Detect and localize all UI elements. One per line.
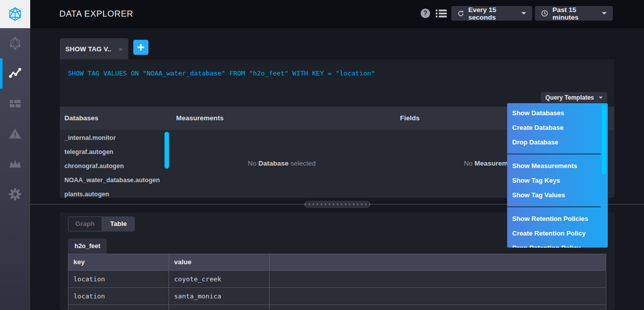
query-log-icon[interactable] <box>436 9 447 20</box>
tab-graph[interactable]: Graph <box>68 216 102 231</box>
menu-item-create-database[interactable]: Create Database <box>507 120 608 135</box>
sidebar-item-dashboards[interactable] <box>0 89 30 119</box>
menu-item-show-tag-keys[interactable]: Show Tag Keys <box>507 173 608 188</box>
table-row <box>68 304 606 310</box>
chevron-down-icon <box>602 12 607 15</box>
refresh-icon <box>457 10 464 18</box>
menu-item-create-retention-policy[interactable]: Create Retention Policy <box>507 226 608 241</box>
table-header-row: key value <box>68 254 606 270</box>
query-editor[interactable]: SHOW TAG VALUES ON "NOAA_water_database"… <box>60 59 614 107</box>
cell-key: location <box>68 288 169 304</box>
menu-scrollbar[interactable] <box>602 105 606 174</box>
placeholder-text: No <box>464 160 474 167</box>
timerange-dropdown[interactable]: Past 15 minutes <box>535 6 613 21</box>
plus-icon <box>137 43 145 51</box>
tab-table[interactable]: Table <box>102 216 135 231</box>
results-table: key value location coyote_creek location… <box>68 254 606 310</box>
sidebar-item-hosts[interactable] <box>0 28 30 58</box>
autorefresh-dropdown[interactable]: Every 15 seconds <box>451 6 532 21</box>
database-list-item[interactable]: telegraf.autogen <box>64 145 160 159</box>
cell-value <box>169 305 270 310</box>
menu-item-show-retention-policies[interactable]: Show Retention Policies <box>507 211 608 226</box>
sidebar-item-settings[interactable] <box>0 179 30 209</box>
page-title: DATA EXPLORER <box>59 0 133 28</box>
templates-group-databases: Show Databases Create Database Drop Data… <box>507 103 608 152</box>
placeholder-text: selected <box>289 160 316 167</box>
hosts-icon <box>8 36 22 50</box>
cell-empty <box>270 271 606 287</box>
chevron-down-icon <box>599 97 603 99</box>
column-header-empty <box>270 254 606 270</box>
data-explorer-page: DATA EXPLORER ? Every 15 seconds <box>0 0 644 310</box>
menu-divider <box>507 206 601 207</box>
column-header-key[interactable]: key <box>68 254 169 270</box>
query-tab-label: SHOW TAG V.. <box>65 45 111 53</box>
add-query-button[interactable] <box>133 40 148 55</box>
database-list-item[interactable]: _internal.monitor <box>64 131 160 145</box>
chronograf-logo-icon <box>8 7 23 22</box>
cell-key <box>68 305 169 310</box>
cell-key: location <box>68 271 169 287</box>
cell-empty <box>270 305 606 310</box>
templates-group-measurements: Show Measurements Show Tag Keys Show Tag… <box>507 156 608 205</box>
sidebar <box>0 28 30 310</box>
placeholder-text: No <box>248 160 258 167</box>
menu-divider <box>507 153 601 154</box>
data-explorer-icon <box>8 66 22 81</box>
chronograf-logo[interactable] <box>0 0 30 28</box>
menu-item-show-databases[interactable]: Show Databases <box>507 106 608 120</box>
database-list-item[interactable]: plants.autogen <box>64 187 160 198</box>
query-text[interactable]: SHOW TAG VALUES ON "NOAA_water_database"… <box>68 69 375 77</box>
chevron-down-icon <box>521 12 526 15</box>
databases-column-header: Databases <box>64 107 99 130</box>
fields-column-header: Fields <box>400 107 420 130</box>
databases-list: _internal.monitor telegraf.autogen chron… <box>64 131 160 198</box>
menu-item-show-measurements[interactable]: Show Measurements <box>507 159 608 173</box>
sidebar-item-admin[interactable] <box>0 149 30 179</box>
database-list-item[interactable]: chronograf.autogen <box>64 159 160 173</box>
autorefresh-label: Every 15 seconds <box>468 6 517 21</box>
table-row: location santa_monica <box>68 287 606 304</box>
measurements-column-header: Measurements <box>176 107 224 130</box>
database-list-item[interactable]: NOAA_water_database.autogen <box>64 173 160 187</box>
measurements-placeholder: No Database selected <box>169 159 395 168</box>
query-templates-dropdown[interactable]: Query Templates <box>541 92 607 103</box>
cell-value: santa_monica <box>169 288 270 304</box>
sidebar-item-alerts[interactable] <box>0 119 30 149</box>
gear-icon <box>8 187 22 201</box>
crown-icon <box>8 157 22 171</box>
resize-drag-handle[interactable] <box>304 201 370 208</box>
menu-item-show-tag-values[interactable]: Show Tag Values <box>507 188 608 202</box>
view-toggle: Graph Table <box>68 216 135 231</box>
cell-value: coyote_creek <box>169 271 270 287</box>
templates-group-retention: Show Retention Policies Create Retention… <box>507 209 608 248</box>
table-row: location coyote_creek <box>68 270 606 287</box>
menu-item-drop-retention-policy[interactable]: Drop Retention Policy <box>507 241 608 248</box>
alert-triangle-icon <box>8 127 22 141</box>
query-tab[interactable]: SHOW TAG V.. × <box>60 38 128 59</box>
sidebar-item-data-explorer[interactable] <box>0 58 30 89</box>
help-icon[interactable]: ? <box>421 9 430 18</box>
close-icon[interactable]: × <box>118 45 123 53</box>
cell-empty <box>270 288 606 304</box>
timerange-label: Past 15 minutes <box>552 6 598 21</box>
menu-item-drop-database[interactable]: Drop Database <box>507 135 608 149</box>
dashboards-icon <box>9 97 22 110</box>
query-templates-label: Query Templates <box>545 94 594 101</box>
series-tab-h2o-feet[interactable]: h2o_feet <box>68 239 107 254</box>
top-nav: DATA EXPLORER ? Every 15 seconds <box>0 0 644 28</box>
placeholder-bold: Database <box>258 160 288 167</box>
clock-icon <box>541 9 548 18</box>
query-templates-menu: Show Databases Create Database Drop Data… <box>507 103 608 248</box>
column-header-value[interactable]: value <box>169 254 270 270</box>
